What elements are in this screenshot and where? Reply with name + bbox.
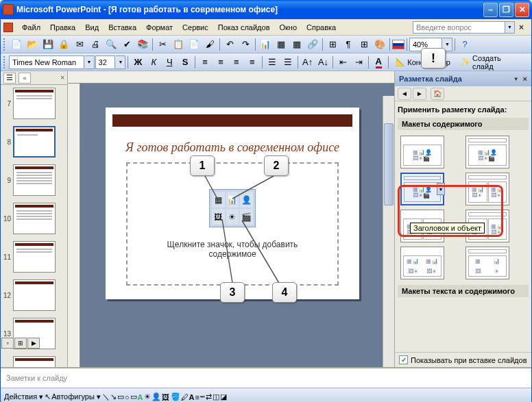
decrease-indent-button[interactable]: ⇤ <box>335 55 350 70</box>
nav-home-button[interactable]: 🏠 <box>431 88 444 100</box>
slide-thumbnail[interactable]: 9 <box>1 164 67 196</box>
line-color-button[interactable]: 🖊 <box>181 393 189 401</box>
size-combo[interactable]: 32 <box>95 55 116 69</box>
align-center-button[interactable]: ≡ <box>213 55 228 70</box>
expand-button[interactable]: ⊞ <box>325 37 340 52</box>
new-button[interactable]: 📄 <box>9 37 24 52</box>
color-button[interactable]: 🎨 <box>372 37 387 52</box>
taskpane-menu-arrow[interactable]: ▼ <box>513 76 519 82</box>
horizontal-ruler[interactable] <box>68 71 394 84</box>
cut-button[interactable]: ✂ <box>155 37 170 52</box>
normal-view-button[interactable]: ▫ <box>1 338 14 349</box>
permission-button[interactable]: 🔒 <box>56 37 71 52</box>
sorter-view-button[interactable]: ⊞ <box>14 338 27 349</box>
font-color-button[interactable]: A <box>189 393 195 401</box>
diagram-button[interactable]: ☀ <box>144 392 151 401</box>
paste-button[interactable]: 📄 <box>186 37 202 52</box>
numbering-button[interactable]: ☰ <box>265 55 280 70</box>
layout-blank[interactable]: ▦📊👤🖼☀🎬 <box>400 136 444 168</box>
layout-content[interactable]: ▦📊👤🖼☀🎬 <box>466 136 509 168</box>
spelling-button[interactable]: ✔ <box>119 37 134 52</box>
close-doc-button[interactable]: × <box>519 23 529 32</box>
layout-4content[interactable]: ▦📊▦📊🖼☀🖼☀ <box>400 247 444 279</box>
ask-input[interactable]: Введите вопрос <box>413 21 505 34</box>
insert-picture-icon[interactable]: 🖼 <box>212 209 225 225</box>
research-button[interactable]: 📚 <box>135 37 150 52</box>
align-justify-button[interactable]: ≡ <box>245 55 260 70</box>
menu-format[interactable]: Формат <box>141 22 178 33</box>
select-button[interactable]: ↖ <box>45 392 51 401</box>
minimize-button[interactable]: – <box>483 3 498 17</box>
outline-tab[interactable]: ☰ <box>3 73 16 84</box>
slide-thumbnail[interactable]: 7 <box>1 88 67 119</box>
menu-window[interactable]: Окно <box>275 22 302 33</box>
fill-color-button[interactable]: 🪣 <box>171 392 180 401</box>
line-button[interactable]: ＼ <box>102 392 110 402</box>
increase-font-button[interactable]: A↑ <box>300 55 315 70</box>
vertical-scrollbar[interactable] <box>383 96 394 367</box>
preview-button[interactable]: 🔍 <box>104 37 119 52</box>
dash-style-button[interactable]: ┅ <box>200 392 205 401</box>
chart-button[interactable]: 📊 <box>258 37 273 52</box>
slides-tab[interactable]: ▫ <box>19 73 31 84</box>
slide-thumbnails-list[interactable]: 7 8 9 10 11 12 13 14 <box>1 85 67 367</box>
clipart-button[interactable]: 👤 <box>152 392 161 401</box>
rectangle-button[interactable]: ▭ <box>117 392 124 401</box>
arrow-button[interactable]: ↘ <box>110 392 117 401</box>
align-left-button[interactable]: ≡ <box>197 55 213 70</box>
slide-title[interactable]: Я готов работать в современном офисе <box>106 140 359 155</box>
close-button[interactable]: ✕ <box>515 3 529 17</box>
format-painter-button[interactable]: 🖌 <box>202 37 217 52</box>
menu-view[interactable]: Вид <box>80 22 104 33</box>
new-slide-button[interactable]: ✨ Создать слайд <box>456 55 529 70</box>
slide-thumbnail[interactable]: 14 <box>1 356 67 367</box>
font-dropdown[interactable]: ▼ <box>85 55 95 69</box>
tables-borders-button[interactable]: ▦ <box>289 37 304 52</box>
wordart-button[interactable]: A <box>138 393 143 401</box>
taskpane-body[interactable]: Применить разметку слайда: Макеты содерж… <box>395 101 531 352</box>
print-button[interactable]: 🖨 <box>88 37 103 52</box>
nav-forward-button[interactable]: ► <box>413 88 426 100</box>
undo-button[interactable]: ↶ <box>222 37 237 52</box>
table-button[interactable]: ▦ <box>274 37 289 52</box>
bullets-button[interactable]: ☰ <box>280 55 295 70</box>
3d-button[interactable]: ◪ <box>220 392 227 401</box>
arrow-style-button[interactable]: ⇄ <box>206 392 212 401</box>
save-button[interactable]: 💾 <box>40 37 56 52</box>
layout-title-2content[interactable]: ▦📊🖼☀▦📊🖼☀ <box>466 173 509 205</box>
increase-indent-button[interactable]: ⇥ <box>351 55 366 70</box>
align-right-button[interactable]: ≡ <box>229 55 244 70</box>
actions-menu[interactable]: Действия ▾ <box>4 392 43 401</box>
slide-thumbnail[interactable]: 12 <box>1 279 67 311</box>
font-color-button[interactable]: A <box>371 55 386 70</box>
content-placeholder[interactable]: ▦ 📊 👤 🖼 ☀ 🎬 Щелкните значок, чтобы добав… <box>126 162 339 286</box>
autoshapes-menu[interactable]: Автофигуры ▾ <box>51 392 101 401</box>
insert-diagram-icon[interactable]: ☀ <box>226 209 239 225</box>
notes-pane[interactable]: Заметки к слайду <box>1 367 531 388</box>
oval-button[interactable]: ○ <box>125 393 130 401</box>
menu-insert[interactable]: Вставка <box>104 22 141 33</box>
open-button[interactable]: 📂 <box>25 37 40 52</box>
show-on-insert-checkbox[interactable]: ✓ <box>399 355 408 364</box>
ask-dropdown[interactable]: ▼ <box>505 21 515 34</box>
redo-button[interactable]: ↷ <box>238 37 253 52</box>
layout-dropdown-icon[interactable]: ▼ <box>437 183 445 195</box>
document-icon[interactable] <box>3 23 13 32</box>
email-button[interactable]: ✉ <box>72 37 87 52</box>
textbox-button[interactable]: ▭ <box>130 392 137 401</box>
menu-file[interactable]: Файл <box>17 22 45 33</box>
slide-canvas[interactable]: Я готов работать в современном офисе ▦ 📊… <box>106 108 359 299</box>
nav-back-button[interactable]: ◄ <box>398 88 411 100</box>
grid-button[interactable]: ⊞ <box>356 37 372 52</box>
picture-button[interactable]: 🖼 <box>162 393 169 401</box>
toolbar-grip[interactable] <box>3 56 7 68</box>
insert-clipart-icon[interactable]: 👤 <box>240 192 253 208</box>
menu-edit[interactable]: Правка <box>45 22 80 33</box>
show-formatting-button[interactable]: ¶ <box>341 37 356 52</box>
slide-thumbnail[interactable]: 10 <box>1 203 67 234</box>
slide-thumbnail[interactable]: 8 <box>1 126 67 158</box>
insert-table-icon[interactable]: ▦ <box>212 192 225 208</box>
insert-media-icon[interactable]: 🎬 <box>240 209 253 225</box>
slideshow-view-button[interactable]: ▶ <box>27 338 40 349</box>
vertical-ruler[interactable] <box>68 84 80 367</box>
